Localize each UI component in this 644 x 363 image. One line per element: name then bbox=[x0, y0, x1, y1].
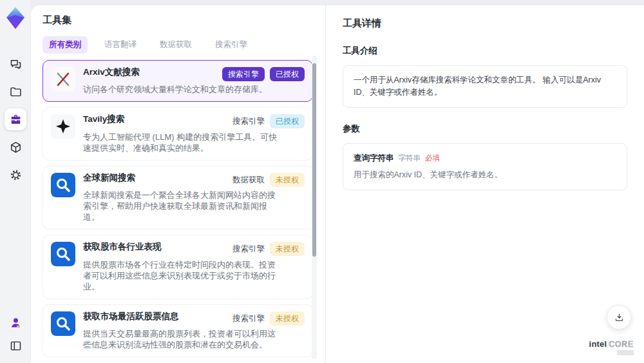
sidebar-nav bbox=[5, 53, 26, 186]
tool-list-item[interactable]: Tavily搜索搜索引擎已授权专为人工智能代理 (LLM) 构建的搜索引擎工具。… bbox=[43, 107, 313, 161]
param-required-badge: 必填 bbox=[425, 153, 440, 164]
auth-status-badge: 已授权 bbox=[270, 114, 305, 128]
tool-name: 获取股市各行业表现 bbox=[83, 242, 162, 252]
tool-list-item[interactable]: 获取股市各行业表现搜索引擎未授权提供股票市场各个行业在特定时间段内的表现。投资者… bbox=[43, 235, 313, 299]
auth-status-badge: 未授权 bbox=[270, 242, 305, 256]
tool-badges: 搜索引擎已授权 bbox=[222, 67, 305, 81]
page-title: 工具集 bbox=[43, 14, 325, 26]
auth-status-badge: 未授权 bbox=[270, 311, 305, 326]
intel-tier-mark bbox=[617, 350, 634, 355]
tool-name: Arxiv文献搜索 bbox=[83, 67, 140, 77]
folder-icon[interactable] bbox=[5, 81, 26, 103]
tool-list: Arxiv文献搜索搜索引擎已授权访问各个研究领域大量科学论文和文章的存储库。Ta… bbox=[43, 60, 313, 361]
tool-description: 全球新闻搜索是一个聚合全球各大新闻网站内容的搜索引擎，帮助用户快速获取全球最新资… bbox=[83, 190, 278, 222]
tool-list-panel: 工具集 所有类别语言翻译数据获取搜索引擎 Arxiv文献搜索搜索引擎已授权访问各… bbox=[31, 5, 325, 363]
intel-core-logo: intel CORE bbox=[589, 339, 634, 355]
panel-toggle-icon[interactable] bbox=[6, 336, 25, 355]
intro-text: 一个用于从Arxiv存储库搜索科学论文和文章的工具。 输入可以是Arxiv ID… bbox=[354, 74, 616, 99]
param-description: 用于搜索的Arxiv ID、关键字或作者姓名。 bbox=[354, 169, 616, 181]
tool-name: Tavily搜索 bbox=[83, 114, 124, 124]
tool-list-item[interactable]: 全球新闻搜索数据获取未授权全球新闻搜索是一个聚合全球各大新闻网站内容的搜索引擎，… bbox=[43, 166, 313, 230]
category-tabs: 所有类别语言翻译数据获取搜索引擎 bbox=[43, 36, 325, 54]
tab-2[interactable]: 数据获取 bbox=[153, 36, 198, 54]
download-button[interactable] bbox=[607, 305, 631, 329]
chat-icon[interactable] bbox=[5, 53, 26, 75]
tool-badges: 搜索引擎已授权 bbox=[232, 114, 305, 129]
tool-description: 专为人工智能代理 (LLM) 构建的搜索引擎工具。可快速提供实时、准确和真实的结… bbox=[83, 132, 278, 153]
detail-title: 工具详情 bbox=[343, 17, 627, 30]
user-avatar-icon[interactable] bbox=[6, 313, 25, 332]
category-badge: 搜索引擎 bbox=[222, 67, 265, 81]
tool-detail-panel: 工具详情 工具介绍 一个用于从Arxiv存储库搜索科学论文和文章的工具。 输入可… bbox=[325, 5, 644, 363]
auth-status-badge: 未授权 bbox=[270, 173, 305, 187]
tab-1[interactable]: 语言翻译 bbox=[98, 36, 143, 54]
main-card: 工具集 所有类别语言翻译数据获取搜索引擎 Arxiv文献搜索搜索引擎已授权访问各… bbox=[31, 5, 644, 363]
category-badge: 搜索引擎 bbox=[232, 311, 265, 326]
tool-name: 全球新闻搜索 bbox=[83, 173, 135, 183]
intro-box: 一个用于从Arxiv存储库搜索科学论文和文章的工具。 输入可以是Arxiv ID… bbox=[343, 65, 627, 108]
tool-description: 访问各个研究领域大量科学论文和文章的存储库。 bbox=[83, 84, 278, 95]
sidebar-bottom bbox=[6, 313, 25, 355]
core-wordmark: CORE bbox=[609, 340, 634, 349]
params-heading: 参数 bbox=[343, 123, 627, 135]
toolbox-icon[interactable] bbox=[5, 108, 26, 130]
news-search-icon bbox=[51, 173, 75, 197]
param-header: 查询字符串 字符串 必填 bbox=[354, 152, 616, 164]
category-badge: 搜索引擎 bbox=[232, 114, 265, 129]
scrollbar-thumb[interactable] bbox=[312, 63, 316, 257]
param-box: 查询字符串 字符串 必填 用于搜索的Arxiv ID、关键字或作者姓名。 bbox=[343, 143, 627, 191]
tool-description: 提供当天交易量最高的股票列表，投资者可以利用这些信息来识别流动性强的股票和潜在的… bbox=[83, 328, 278, 350]
news-search-icon bbox=[51, 242, 75, 266]
list-scrollbar[interactable] bbox=[312, 55, 317, 359]
settings-icon[interactable] bbox=[5, 164, 26, 186]
category-badge: 数据获取 bbox=[232, 173, 265, 188]
tab-3[interactable]: 搜索引擎 bbox=[209, 36, 254, 54]
tavily-star-icon bbox=[51, 114, 75, 139]
arxiv-logo-icon bbox=[51, 67, 75, 92]
tool-badges: 搜索引擎未授权 bbox=[232, 242, 305, 257]
tool-list-item[interactable]: Arxiv文献搜索搜索引擎已授权访问各个研究领域大量科学论文和文章的存储库。 bbox=[43, 60, 313, 102]
tool-description: 提供股票市场各个行业在特定时间段内的表现。投资者可以利用这些信息来识别表现优于或… bbox=[83, 259, 278, 292]
package-icon[interactable] bbox=[5, 136, 26, 158]
tab-0[interactable]: 所有类别 bbox=[43, 36, 88, 54]
news-search-icon bbox=[51, 311, 75, 336]
param-name: 查询字符串 bbox=[354, 152, 394, 164]
app-logo-icon[interactable] bbox=[6, 6, 25, 30]
tool-badges: 搜索引擎未授权 bbox=[232, 311, 305, 326]
auth-status-badge: 已授权 bbox=[270, 67, 305, 81]
category-badge: 搜索引擎 bbox=[232, 242, 265, 257]
intro-heading: 工具介绍 bbox=[343, 45, 627, 57]
param-type: 字符串 bbox=[399, 153, 421, 164]
left-sidebar bbox=[0, 0, 31, 363]
tool-badges: 数据获取未授权 bbox=[232, 173, 305, 188]
tool-name: 获取市场最活跃股票信息 bbox=[83, 311, 179, 322]
intel-wordmark: intel bbox=[589, 339, 607, 349]
tool-list-item[interactable]: 获取市场最活跃股票信息搜索引擎未授权提供当天交易量最高的股票列表，投资者可以利用… bbox=[43, 304, 313, 358]
